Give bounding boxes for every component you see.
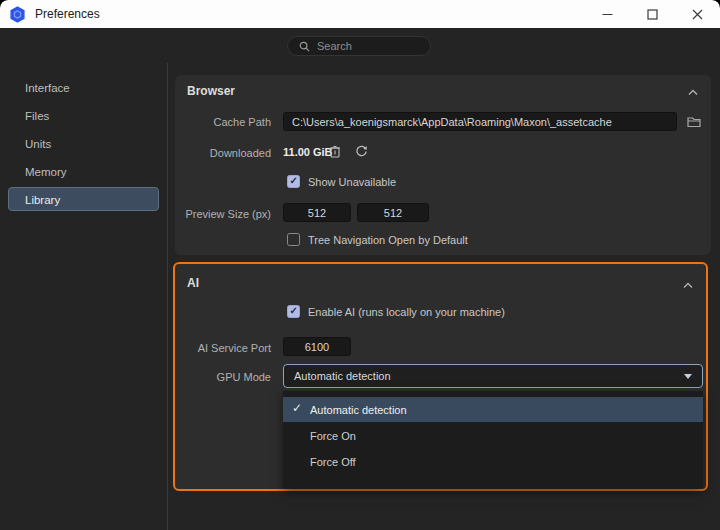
delete-cache-button[interactable] [326,142,344,160]
caret-down-icon [684,374,692,379]
dropdown-option-label: Automatic detection [310,404,407,416]
tree-navigation-checkbox[interactable] [287,233,300,246]
preview-width-input[interactable] [283,203,351,222]
refresh-icon [355,145,368,158]
sidebar: Interface Files Units Memory Library [0,63,167,530]
enable-ai-label: Enable AI (runs locally on your machine) [308,305,505,319]
dropdown-option-label: Force Off [310,456,356,468]
sidebar-item-files[interactable]: Files [8,103,159,127]
browser-section-title: Browser [187,84,235,98]
sidebar-item-units[interactable]: Units [8,131,159,155]
tree-navigation-label: Tree Navigation Open by Default [308,233,468,247]
gpu-mode-value: Automatic detection [294,370,684,382]
maxon-logo-icon [9,6,26,23]
search-bar[interactable] [287,36,431,56]
show-unavailable-checkbox[interactable] [287,175,300,188]
close-button[interactable] [675,0,720,28]
cache-path-label: Cache Path [175,113,271,131]
dropdown-option-automatic-detection[interactable]: ✓ Automatic detection [283,397,703,422]
gpu-mode-label: GPU Mode [175,368,271,386]
sidebar-item-interface[interactable]: Interface [8,75,159,99]
cache-path-input[interactable] [283,112,677,131]
chevron-up-icon[interactable] [685,84,701,100]
preview-height-input[interactable] [357,203,429,222]
show-unavailable-label: Show Unavailable [308,175,396,189]
enable-ai-checkbox[interactable] [287,305,300,318]
ai-section: AI Enable AI (runs locally on your machi… [173,262,708,491]
browse-folder-button[interactable] [685,113,703,131]
browser-section: Browser Cache Path Downloaded 11.00 GiB … [175,75,711,255]
chevron-up-icon[interactable] [680,277,696,293]
titlebar: Preferences [0,0,720,28]
dropdown-option-force-off[interactable]: Force Off [283,449,703,474]
ai-service-port-label: AI Service Port [175,339,271,357]
ai-section-title: AI [187,276,199,290]
sidebar-item-library[interactable]: Library [8,187,159,211]
dropdown-option-force-on[interactable]: Force On [283,423,703,448]
preview-size-label: Preview Size (px) [175,205,271,223]
check-icon: ✓ [292,401,302,415]
refresh-button[interactable] [352,142,370,160]
window-controls [585,0,720,28]
folder-icon [687,116,701,128]
dropdown-option-label: Force On [310,430,356,442]
downloaded-label: Downloaded [175,144,271,162]
search-icon [299,41,310,52]
sidebar-divider [167,63,168,530]
toolbar [0,28,720,63]
gpu-mode-dropdown: ✓ Automatic detection Force On Force Off [283,391,703,488]
ai-service-port-input[interactable] [283,337,351,356]
maximize-button[interactable] [630,0,675,28]
sidebar-item-memory[interactable]: Memory [8,159,159,183]
search-input[interactable] [317,40,417,52]
minimize-button[interactable] [585,0,630,28]
preferences-window: Preferences Interface Files Units Memory… [0,0,720,530]
trash-icon [329,145,341,158]
window-title: Preferences [35,7,100,21]
gpu-mode-select[interactable]: Automatic detection [283,364,703,388]
